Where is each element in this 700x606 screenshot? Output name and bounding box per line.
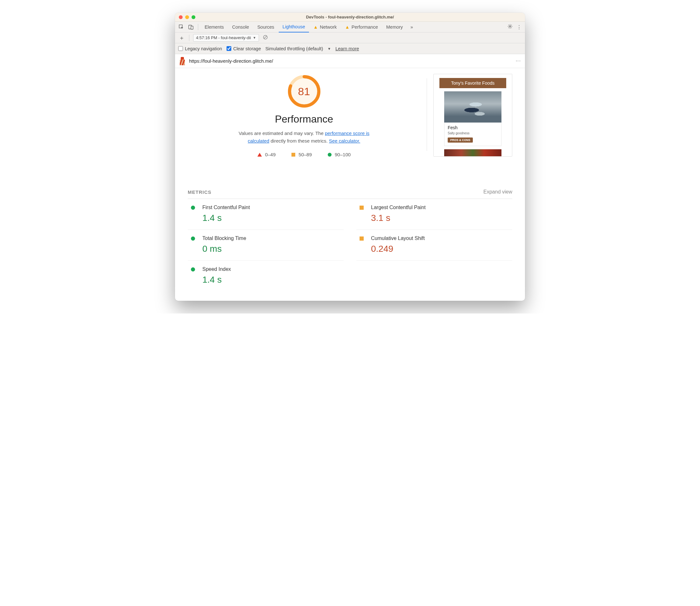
calculator-link[interactable]: See calculator. [329, 138, 360, 143]
legend-pass: 90–100 [328, 152, 351, 157]
legacy-navigation-input[interactable] [178, 46, 183, 51]
tab-label: Network [320, 24, 337, 30]
metrics-section: METRICS Expand view First Contentful Pai… [175, 170, 525, 301]
tab-elements[interactable]: Elements [201, 22, 227, 32]
category-title: Performance [275, 113, 333, 125]
new-report-button[interactable]: ＋ [178, 34, 185, 42]
expand-view-toggle[interactable]: Expand view [483, 189, 512, 195]
devtools-window: DevTools - foul-heavenly-direction.glitc… [175, 13, 525, 301]
warning-icon: ▲ [345, 24, 349, 30]
warning-icon: ▲ [313, 24, 318, 30]
tab-performance[interactable]: ▲ Performance [341, 22, 382, 32]
throttling-label: Simulated throttling (default) [265, 46, 323, 51]
report-selector-label: 4:57:16 PM - foul-heavenly-dii [196, 35, 251, 40]
clear-icon[interactable] [263, 35, 268, 41]
tab-label: Sources [258, 24, 274, 30]
vertical-divider [427, 78, 427, 151]
window-title: DevTools - foul-heavenly-direction.glitc… [175, 15, 525, 19]
checkbox-label: Clear storage [233, 46, 261, 51]
preview-card-subtitle: Salty goodness [448, 132, 498, 135]
devtools-tabbar: Elements Console Sources Lighthouse ▲ Ne… [175, 22, 525, 32]
metric-tbt: Total Blocking Time 0 ms [188, 230, 344, 261]
metric-lcp: Largest Contentful Paint 3.1 s [356, 199, 512, 230]
score-gauge: 81 [287, 74, 322, 109]
gear-icon[interactable] [506, 24, 514, 30]
tab-label: Lighthouse [283, 24, 305, 29]
tab-console[interactable]: Console [228, 22, 252, 32]
circle-icon [328, 153, 332, 157]
clear-storage-checkbox[interactable]: Clear storage [226, 46, 261, 51]
preview-strip [444, 149, 502, 156]
separator [189, 35, 189, 41]
tab-label: Performance [352, 24, 378, 30]
legend-label: 50–89 [298, 152, 312, 157]
preview-card-button: PROS & CONS [448, 138, 473, 143]
tab-sources[interactable]: Sources [254, 22, 278, 32]
metric-name: Total Blocking Time [202, 235, 342, 241]
window-titlebar: DevTools - foul-heavenly-direction.glitc… [175, 13, 525, 22]
page-screenshot-preview: Tony's Favorite Foods Fesh Salty goodnes… [433, 74, 512, 157]
legend-label: 90–100 [335, 152, 351, 157]
desc-text: directly from these metrics. [269, 138, 329, 143]
square-icon [291, 153, 295, 157]
tab-network[interactable]: ▲ Network [310, 22, 341, 32]
chevron-down-icon[interactable]: ▼ [328, 47, 331, 51]
desc-text: Values are estimated and may vary. The [239, 131, 325, 136]
metric-name: Largest Contentful Paint [371, 205, 511, 210]
metric-value: 0 ms [202, 244, 342, 254]
svg-rect-2 [191, 26, 193, 29]
report-body: 81 Performance Values are estimated and … [175, 68, 525, 170]
score-value: 81 [287, 74, 322, 109]
metric-name: Cumulative Layout Shift [371, 235, 511, 241]
legend-label: 0–49 [265, 152, 275, 157]
metric-cls: Cumulative Layout Shift 0.249 [356, 230, 512, 261]
report-url: https://foul-heavenly-direction.glitch.m… [189, 58, 273, 64]
metric-si: Speed Index 1.4 s [188, 261, 344, 291]
kebab-icon[interactable]: ⋮ [515, 24, 523, 30]
tab-lighthouse[interactable]: Lighthouse [279, 22, 309, 32]
tab-label: Elements [204, 24, 224, 30]
tab-memory[interactable]: Memory [383, 22, 407, 32]
learn-more-link[interactable]: Learn more [335, 46, 359, 51]
status-dot-icon [191, 236, 195, 241]
metrics-header: METRICS Expand view [188, 189, 512, 199]
lighthouse-toolbar: ＋ 4:57:16 PM - foul-heavenly-dii ▼ [175, 32, 525, 43]
preview-image [444, 91, 502, 122]
preview-card: Fesh Salty goodness PROS & CONS [444, 122, 502, 146]
svg-point-3 [509, 26, 511, 27]
status-square-icon [360, 236, 364, 241]
more-tabs-icon[interactable]: » [407, 24, 416, 30]
tab-label: Memory [386, 24, 403, 30]
tab-label: Console [232, 24, 249, 30]
lighthouse-icon [179, 57, 186, 65]
score-legend: 0–49 50–89 90–100 [258, 152, 351, 157]
report-header: https://foul-heavenly-direction.glitch.m… [175, 54, 525, 68]
metric-fcp: First Contentful Paint 1.4 s [188, 199, 344, 230]
device-toggle-icon[interactable] [187, 24, 195, 30]
status-square-icon [360, 206, 364, 210]
metric-name: First Contentful Paint [202, 205, 342, 210]
status-dot-icon [191, 206, 195, 210]
metric-value: 0.249 [371, 244, 511, 254]
report-selector-dropdown[interactable]: 4:57:16 PM - foul-heavenly-dii ▼ [193, 34, 259, 42]
checkbox-label: Legacy navigation [185, 46, 222, 51]
clear-storage-input[interactable] [226, 46, 231, 51]
legend-average: 50–89 [291, 152, 312, 157]
score-panel: 81 Performance Values are estimated and … [188, 72, 420, 157]
legend-fail: 0–49 [258, 152, 275, 157]
category-description: Values are estimated and may vary. The p… [234, 130, 374, 145]
metric-value: 1.4 s [202, 275, 342, 285]
triangle-icon [258, 153, 262, 157]
metrics-heading: METRICS [188, 189, 212, 195]
chevron-down-icon: ▼ [253, 36, 256, 40]
report-menu-icon[interactable]: ⋮ [515, 59, 521, 64]
svg-line-5 [264, 36, 267, 39]
lighthouse-options-bar: Legacy navigation Clear storage Simulate… [175, 43, 525, 54]
preview-card-title: Fesh [448, 125, 498, 130]
legacy-navigation-checkbox[interactable]: Legacy navigation [178, 46, 222, 51]
metric-value: 1.4 s [202, 213, 342, 223]
inspect-icon[interactable] [177, 24, 186, 30]
metric-name: Speed Index [202, 266, 342, 272]
preview-header: Tony's Favorite Foods [439, 78, 506, 88]
metrics-grid: First Contentful Paint 1.4 s Largest Con… [188, 199, 512, 291]
